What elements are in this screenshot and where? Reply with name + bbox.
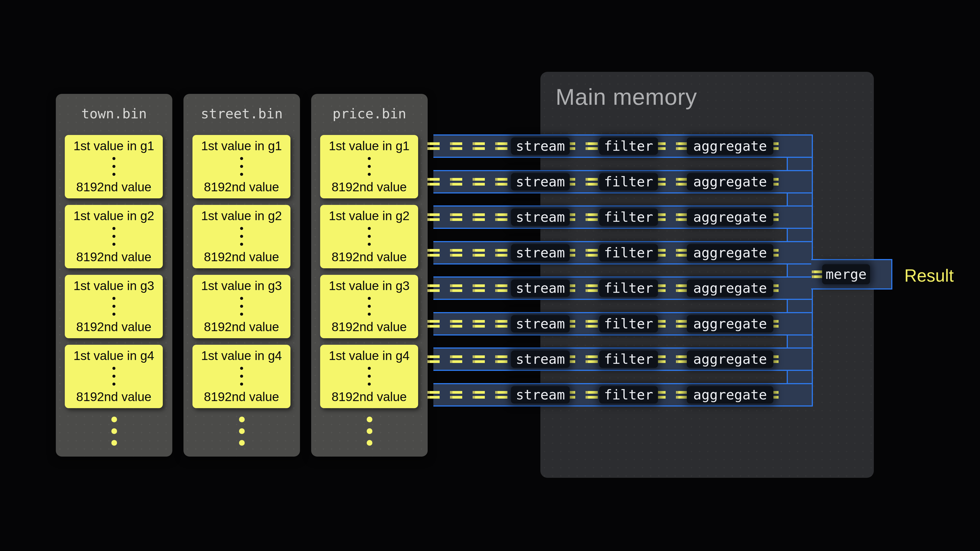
pipeline-row: streamfilteraggregate: [433, 134, 813, 158]
stream-pill: stream: [511, 386, 570, 403]
filter-pill: filter: [599, 351, 658, 368]
filter-pill: filter: [599, 208, 658, 226]
filter-pill: filter: [599, 279, 658, 297]
aggregate-pill: aggregate: [687, 351, 773, 368]
pipeline-row: streamfilteraggregate: [433, 205, 813, 229]
pipeline-row: streamfilteraggregate: [433, 383, 813, 407]
diagram-canvas: Main memory town.bin 1st value in g1 819…: [0, 0, 980, 551]
filter-pill: filter: [599, 137, 658, 155]
aggregate-pill: aggregate: [687, 137, 773, 155]
stream-pill: stream: [511, 279, 570, 297]
stream-pill: stream: [511, 351, 570, 368]
aggregate-pill: aggregate: [687, 244, 773, 262]
pipeline-row: streamfilteraggregate: [433, 241, 813, 265]
pipeline-row: streamfilteraggregate: [433, 312, 813, 335]
stream-pill: stream: [511, 208, 570, 226]
stream-pill: stream: [511, 137, 570, 155]
stream-pill: stream: [511, 315, 570, 332]
pipeline-row: streamfilteraggregate: [433, 348, 813, 371]
pipeline-row: streamfilteraggregate: [433, 170, 813, 194]
filter-pill: filter: [599, 244, 658, 262]
merge-pill: merge: [822, 264, 870, 284]
stream-pill: stream: [511, 173, 570, 191]
filter-pill: filter: [599, 173, 658, 191]
aggregate-pill: aggregate: [687, 173, 773, 191]
aggregate-pill: aggregate: [687, 386, 773, 403]
merge-box: merge: [811, 259, 892, 289]
pipeline-row: streamfilteraggregate: [433, 276, 813, 300]
filter-pill: filter: [599, 386, 658, 403]
aggregate-pill: aggregate: [687, 208, 773, 226]
aggregate-pill: aggregate: [687, 315, 773, 332]
stream-pill: stream: [511, 244, 570, 262]
aggregate-pill: aggregate: [687, 279, 773, 297]
filter-pill: filter: [599, 315, 658, 332]
